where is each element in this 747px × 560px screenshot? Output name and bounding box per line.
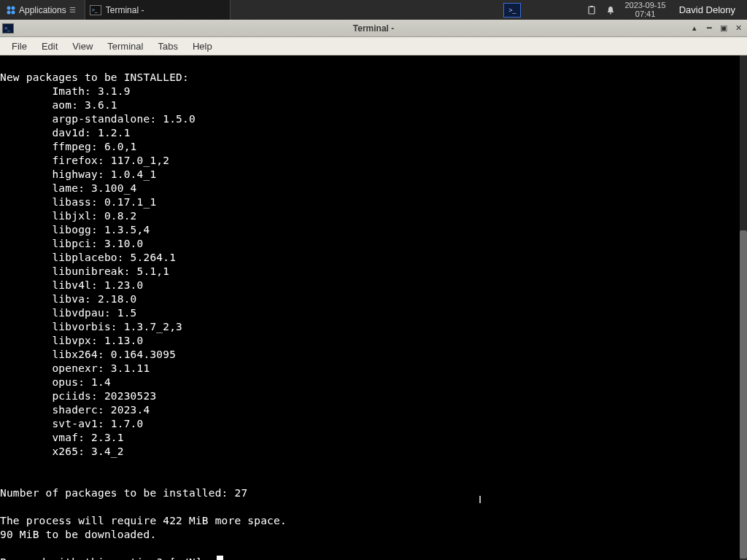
svg-point-2	[7, 10, 11, 14]
download-line: 90 MiB to be downloaded.	[0, 529, 156, 540]
window-terminal-icon: >_	[2, 23, 14, 34]
scrollbar[interactable]	[740, 55, 747, 560]
svg-rect-5	[590, 6, 593, 7]
menu-file[interactable]: File	[4, 39, 34, 54]
window-titlebar[interactable]: >_ Terminal - ▴ ━ ▣ ✕	[0, 20, 747, 37]
system-tray: 2023-09-15 07:41 David Delony	[587, 1, 747, 18]
menu-help[interactable]: Help	[185, 39, 220, 54]
maximize-button[interactable]: ▣	[716, 22, 731, 35]
xfce-logo-icon	[6, 5, 16, 15]
package-list: Imath: 3.1.9 aom: 3.6.1 argp-standalone:…	[0, 85, 196, 457]
shade-button[interactable]: ▴	[687, 22, 702, 35]
install-header: New packages to be INSTALLED:	[0, 71, 189, 83]
clock[interactable]: 2023-09-15 07:41	[624, 1, 665, 18]
bell-icon[interactable]	[605, 5, 616, 15]
window-controls: ▴ ━ ▣ ✕	[687, 22, 747, 35]
menu-lines-icon: ☰	[69, 6, 76, 14]
svg-point-3	[12, 10, 15, 14]
tray-terminal-icon[interactable]: >_	[503, 3, 521, 18]
menu-edit[interactable]: Edit	[34, 39, 65, 54]
taskbar-item-label: Terminal -	[106, 5, 144, 15]
terminal-output[interactable]: New packages to be INSTALLED: Imath: 3.1…	[0, 55, 747, 560]
applications-menu-button[interactable]: Applications ☰	[0, 0, 82, 20]
menu-terminal[interactable]: Terminal	[100, 39, 150, 54]
menubar: File Edit View Terminal Tabs Help	[0, 37, 747, 55]
space-line: The process will require 422 MiB more sp…	[0, 515, 287, 526]
scrollbar-thumb[interactable]	[740, 230, 747, 559]
user-label[interactable]: David Delony	[675, 4, 740, 15]
taskbar-item-terminal[interactable]: >_ Terminal -	[85, 0, 231, 20]
minimize-button[interactable]: ━	[702, 22, 716, 35]
desktop-panel: Applications ☰ >_ Terminal - >_ 2023-09-…	[0, 0, 747, 20]
count-line: Number of packages to be installed: 27	[0, 487, 247, 499]
clipboard-icon[interactable]	[587, 5, 597, 15]
menu-view[interactable]: View	[65, 39, 100, 54]
svg-point-0	[7, 6, 11, 9]
clock-time: 07:41	[624, 10, 665, 19]
close-button[interactable]: ✕	[731, 22, 746, 35]
window-title: Terminal -	[353, 23, 394, 34]
menu-tabs[interactable]: Tabs	[150, 39, 185, 54]
svg-point-1	[12, 6, 15, 9]
clock-date: 2023-09-15	[624, 1, 665, 10]
terminal-cursor	[217, 556, 223, 560]
applications-label: Applications	[19, 5, 66, 15]
svg-point-6	[610, 12, 611, 14]
svg-rect-4	[589, 7, 595, 14]
terminal-icon: >_	[90, 5, 101, 15]
proceed-prompt: Proceed with this action? [y/N]:	[0, 556, 215, 560]
